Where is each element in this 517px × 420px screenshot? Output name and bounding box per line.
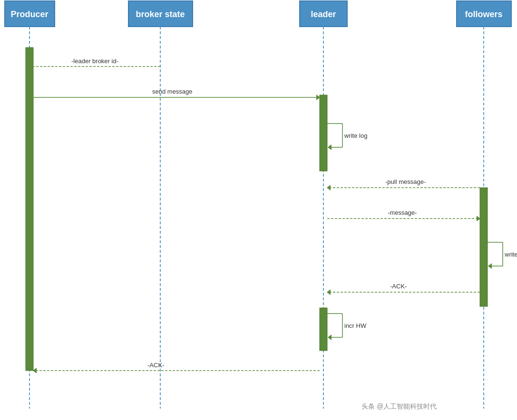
svg-rect-6: [457, 1, 511, 27]
svg-text:-message-: -message-: [388, 209, 417, 216]
sequence-diagram: Producer broker state leader followers -…: [0, 0, 517, 420]
svg-text:write log: write log: [504, 251, 517, 258]
svg-marker-31: [477, 216, 480, 221]
diagram-svg: Producer broker state leader followers -…: [0, 0, 517, 420]
svg-text:incr HW: incr HW: [344, 322, 367, 329]
svg-text:-leader broker id-: -leader broker id-: [71, 57, 118, 65]
svg-rect-0: [5, 1, 55, 27]
svg-text:followers: followers: [465, 10, 502, 19]
svg-text:-ACK-: -ACK-: [390, 283, 407, 290]
svg-marker-44: [328, 334, 332, 340]
svg-rect-4: [300, 1, 347, 27]
svg-marker-20: [316, 95, 320, 100]
svg-marker-47: [33, 368, 37, 373]
svg-text:broker state: broker state: [136, 10, 185, 19]
svg-marker-17: [29, 64, 33, 69]
svg-marker-28: [327, 185, 331, 191]
svg-rect-14: [320, 308, 327, 351]
svg-text:-pull message-: -pull message-: [385, 178, 426, 185]
svg-rect-13: [320, 95, 327, 171]
svg-rect-15: [480, 188, 488, 306]
svg-text:write log: write log: [344, 132, 367, 139]
svg-marker-25: [328, 144, 332, 150]
svg-marker-39: [327, 289, 331, 295]
svg-rect-12: [26, 48, 33, 371]
svg-text:Producer: Producer: [10, 10, 48, 19]
svg-marker-36: [488, 263, 492, 269]
svg-text:leader: leader: [311, 10, 336, 19]
svg-text:头条 @人工智能科技时代: 头条 @人工智能科技时代: [361, 402, 437, 410]
svg-text:-ACK-: -ACK-: [147, 362, 164, 369]
svg-rect-2: [128, 1, 193, 27]
svg-text:send message: send message: [152, 88, 193, 95]
